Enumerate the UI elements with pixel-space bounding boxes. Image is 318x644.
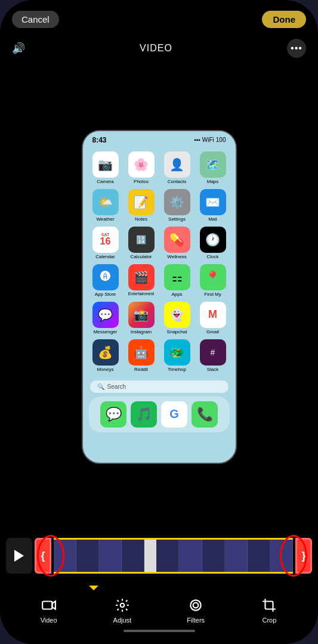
video-area: 8:43 ▪▪▪ WiFi 100 📷 Camera 🌸 Photos (0, 63, 318, 531)
ios-status-icons: ▪▪▪ WiFi 100 (194, 137, 226, 143)
more-dots-icon: ••• (291, 43, 302, 54)
phone-frame: Cancel Done 🔊 VIDEO ••• 8:43 ▪▪▪ WiFi 10… (0, 0, 318, 644)
timeline-handle-left[interactable]: { (35, 538, 51, 574)
svg-point-1 (121, 603, 125, 608)
position-indicator (89, 586, 98, 590)
app-grid: 📷 Camera 🌸 Photos 👤 Contacts 🗺️ Maps (83, 147, 236, 377)
adjust-icon (113, 596, 131, 614)
frame-break (144, 538, 156, 574)
ios-status-bar: 8:43 ▪▪▪ WiFi 100 (83, 131, 236, 147)
left-bracket-icon: { (41, 550, 45, 562)
filters-label: Filters (187, 617, 205, 624)
app-settings[interactable]: ⚙️ Settings (162, 189, 193, 222)
timeline-row: { (6, 538, 312, 574)
app-calendar[interactable]: SAT 16 Calendar (90, 227, 121, 259)
app-reddit[interactable]: 🤖 Reddit (126, 339, 157, 372)
search-bar[interactable]: 🔍 Search (90, 380, 229, 393)
done-button[interactable]: Done (262, 11, 306, 28)
frame-1 (54, 538, 76, 574)
more-button[interactable]: ••• (287, 39, 306, 58)
play-button[interactable] (6, 538, 32, 574)
frame-2 (76, 538, 99, 574)
dock-spotify[interactable]: 🎵 (131, 401, 157, 428)
filters-icon (187, 596, 205, 614)
frame-7 (202, 538, 225, 574)
search-icon: 🔍 (97, 383, 104, 390)
timeline-border-top (54, 538, 293, 540)
timeline-border-bottom (54, 572, 293, 574)
video-label: Video (41, 617, 57, 624)
frame-10 (270, 538, 293, 574)
toolbar-item-filters[interactable]: Filters (178, 596, 214, 624)
toolbar-item-video[interactable]: Video (31, 596, 67, 624)
search-text: Search (107, 383, 126, 390)
dock-google[interactable]: G (161, 401, 187, 428)
app-wellness[interactable]: 💊 Wellness (162, 227, 193, 259)
svg-point-3 (193, 603, 199, 608)
top-bar: Cancel Done (0, 0, 318, 34)
timeline-wrapper: { (6, 538, 312, 574)
page-title: VIDEO (140, 43, 172, 54)
timeline-frames (54, 538, 293, 574)
dock-messages[interactable]: 💬 (100, 401, 126, 428)
toolbar-items: Video Adjust (0, 596, 318, 624)
ios-time: 8:43 (92, 136, 107, 144)
dock-phone[interactable]: 📞 (192, 401, 218, 428)
crop-label: Crop (262, 617, 276, 624)
frame-4 (122, 538, 144, 574)
toolbar-item-adjust[interactable]: Adjust (104, 596, 140, 624)
frame-3 (99, 538, 122, 574)
app-snapchat[interactable]: 👻 Snapchat (162, 302, 193, 335)
app-clock[interactable]: 🕐 Clock (197, 227, 229, 259)
app-findmy[interactable]: 📍 Find My (197, 264, 229, 297)
toolbar-item-crop[interactable]: Crop (251, 596, 287, 624)
wifi-icon: WiFi (202, 137, 214, 143)
app-mail[interactable]: ✉️ Mail (197, 189, 229, 222)
adjust-label: Adjust (113, 617, 132, 624)
cancel-button[interactable]: Cancel (12, 11, 59, 28)
app-calculator[interactable]: 🔢 Calculator (126, 227, 157, 259)
svg-rect-0 (42, 602, 52, 609)
frame-8 (225, 538, 248, 574)
battery-icon: 100 (216, 137, 226, 143)
timeline-handle-right[interactable]: } (295, 538, 312, 574)
home-indicator (124, 630, 195, 632)
app-messenger[interactable]: 💬 Messenger (90, 302, 121, 335)
app-camera[interactable]: 📷 Camera (90, 151, 121, 184)
app-maps[interactable]: 🗺️ Maps (197, 151, 229, 184)
volume-icon: 🔊 (12, 42, 25, 55)
video-icon (40, 596, 58, 614)
app-notes[interactable]: 📝 Notes (126, 189, 157, 222)
app-appstore[interactable]: 🅐 App Store (90, 264, 121, 297)
right-bracket-icon: } (301, 550, 305, 562)
app-slack[interactable]: # Slack (197, 339, 229, 372)
frame-6 (179, 538, 202, 574)
app-instagram[interactable]: 📸 Instagram (126, 302, 157, 335)
play-icon (14, 550, 24, 562)
app-photos[interactable]: 🌸 Photos (126, 151, 157, 184)
crop-icon (260, 596, 278, 614)
app-entertainment[interactable]: 🎬 Entertainment (126, 264, 157, 297)
app-timehop[interactable]: 🐲 Timehop (162, 339, 193, 372)
svg-point-2 (190, 600, 200, 610)
signal-icon: ▪▪▪ (194, 137, 200, 143)
app-gmail[interactable]: M Gmail (197, 302, 229, 335)
dock: 💬 🎵 G 📞 (89, 397, 230, 432)
frame-9 (248, 538, 270, 574)
app-contacts[interactable]: 👤 Contacts (162, 151, 193, 184)
app-apps[interactable]: ⚏ Apps (162, 264, 193, 297)
toolbar: Video Adjust (0, 581, 318, 644)
header: 🔊 VIDEO ••• (0, 34, 318, 63)
timeline-area: { (0, 531, 318, 581)
phone-screen: 8:43 ▪▪▪ WiFi 100 📷 Camera 🌸 Photos (82, 130, 237, 464)
frame-5 (156, 538, 179, 574)
app-weather[interactable]: 🌤️ Weather (90, 189, 121, 222)
timeline-strip[interactable] (54, 538, 293, 574)
app-moneys[interactable]: 💰 Moneys (90, 339, 121, 372)
